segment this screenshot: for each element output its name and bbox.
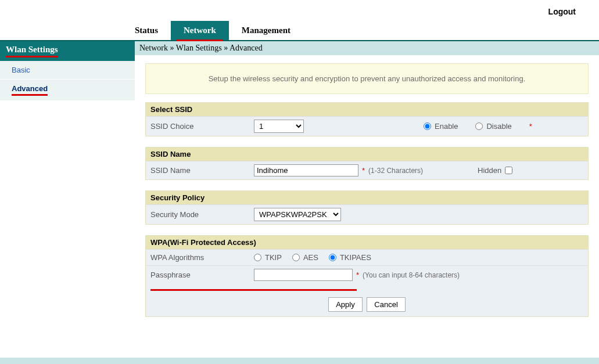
section-header: Security Policy [146, 191, 588, 204]
sidebar-item-advanced[interactable]: Advanced [0, 80, 135, 101]
sidebar-item-label: Advanced [12, 84, 48, 96]
ssid-name-label: SSID Name [146, 163, 249, 178]
ssid-enable-radio[interactable] [424, 122, 431, 130]
required-asterisk: * [362, 166, 365, 175]
wpa-tkipaes-radio[interactable] [329, 254, 336, 261]
section-select-ssid: Select SSID SSID Choice 1 Enable [145, 102, 589, 136]
ssid-name-hint: (1-32 Characters) [368, 167, 423, 175]
sidebar-title: Wlan Settings [0, 41, 135, 61]
required-asterisk: * [529, 122, 532, 131]
logout-link[interactable]: Logout [548, 7, 576, 16]
section-header: Select SSID [146, 103, 588, 116]
disable-label: Disable [486, 122, 511, 131]
section-security-policy: Security Policy Security Mode WPAPSKWPA2… [145, 190, 589, 225]
sidebar-title-text: Wlan Settings [6, 45, 58, 57]
sidebar-item-label: Basic [12, 66, 30, 74]
main-tabs: Status Network Management [0, 21, 599, 41]
hidden-checkbox[interactable] [505, 167, 512, 174]
wpa-aes-radio[interactable] [292, 254, 300, 261]
section-header: SSID Name [146, 147, 588, 161]
tkipaes-label: TKIPAES [340, 253, 371, 262]
sidebar: Wlan Settings Basic Advanced [0, 41, 135, 340]
enable-label: Enable [435, 122, 458, 131]
tkip-label: TKIP [265, 253, 282, 262]
tab-network[interactable]: Network [171, 21, 229, 40]
section-ssid-name: SSID Name SSID Name *(1-32 Characters) H… [145, 147, 589, 180]
hidden-label: Hidden [478, 166, 501, 175]
ssid-choice-select[interactable]: 1 [254, 120, 304, 133]
ssid-disable-radio[interactable] [475, 122, 483, 130]
passphrase-input[interactable] [254, 269, 353, 281]
apply-button[interactable]: Apply [328, 297, 363, 312]
required-asterisk: * [356, 271, 359, 279]
ssid-name-input[interactable] [254, 164, 358, 176]
tab-status[interactable]: Status [122, 21, 171, 40]
wpa-algorithms-label: WPA Algorithms [146, 250, 249, 265]
intro-text: Setup the wireless security and encrypti… [145, 63, 589, 94]
passphrase-hint: (You can input 8-64 characters) [363, 271, 460, 279]
sidebar-item-basic[interactable]: Basic [0, 61, 135, 80]
ssid-choice-label: SSID Choice [146, 118, 249, 134]
breadcrumb: Network » Wlan Settings » Advanced [135, 41, 599, 55]
passphrase-underline [150, 289, 357, 291]
wpa-tkip-radio[interactable] [254, 254, 261, 261]
security-mode-label: Security Mode [146, 207, 249, 222]
tab-management[interactable]: Management [229, 21, 303, 40]
aes-label: AES [303, 253, 318, 262]
cancel-button[interactable]: Cancel [367, 297, 405, 312]
section-header: WPA(Wi-Fi Protected Access) [146, 236, 588, 249]
footer-bar [0, 358, 599, 364]
passphrase-label: Passphrase [146, 267, 249, 283]
security-mode-select[interactable]: WPAPSKWPA2PSK [254, 208, 341, 221]
section-wpa: WPA(Wi-Fi Protected Access) WPA Algorith… [145, 235, 589, 317]
